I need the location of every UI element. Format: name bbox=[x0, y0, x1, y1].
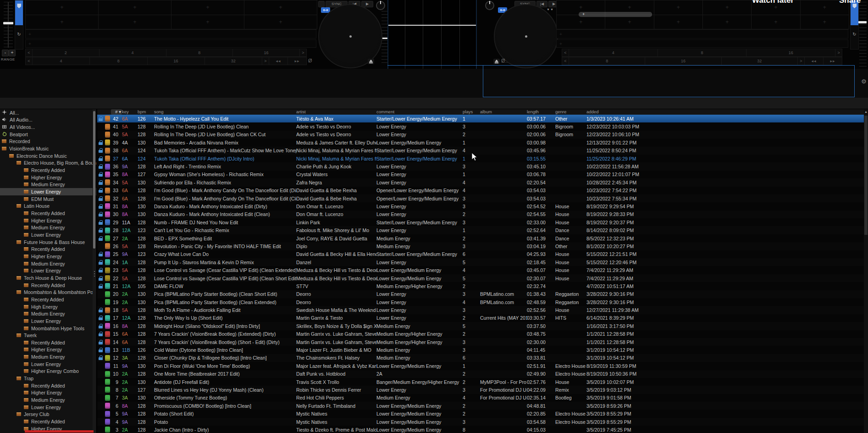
table-row[interactable]: 235A128Lose Control vs Savage (Cesar Cas… bbox=[97, 266, 864, 274]
column-header[interactable]: added bbox=[586, 109, 683, 115]
table-row[interactable]: 146A1287 Years Crackin' (VisionBreak Boo… bbox=[97, 338, 864, 346]
track-color-swatch[interactable] bbox=[105, 164, 110, 170]
hotcue-slot[interactable]: + bbox=[654, 15, 702, 29]
range-plus-button[interactable]: + bbox=[9, 50, 16, 56]
right-fx-knob[interactable] bbox=[485, 1, 494, 10]
color-cell[interactable] bbox=[104, 355, 111, 361]
color-cell[interactable] bbox=[104, 315, 111, 321]
left-loop-length-button[interactable]: 16 bbox=[148, 57, 205, 65]
right-sampler-row-1[interactable]: + bbox=[556, 29, 848, 39]
table-row[interactable]: 1712A128The Only Way Is Up (Short Edit)M… bbox=[97, 314, 864, 322]
table-row[interactable]: 426A126The Motto - Hypelezz Call You Edi… bbox=[97, 115, 864, 122]
track-color-swatch[interactable] bbox=[105, 235, 110, 241]
color-cell[interactable] bbox=[104, 411, 111, 417]
hotcue-slot[interactable]: + bbox=[99, 0, 171, 15]
column-header[interactable]: artist bbox=[296, 109, 376, 115]
left-loop-length-button[interactable]: 8 bbox=[90, 57, 147, 65]
track-color-swatch[interactable] bbox=[105, 172, 110, 178]
track-color-swatch[interactable] bbox=[105, 148, 110, 154]
track-color-swatch[interactable] bbox=[105, 323, 110, 329]
right-loop-double-button[interactable]: > bbox=[798, 57, 804, 65]
table-row[interactable]: 394A130Bad Memories - Arcadia Nirvana Re… bbox=[97, 139, 864, 146]
table-row[interactable]: 156A1287 Years Crackin' (VisionBreak Boo… bbox=[97, 330, 864, 338]
color-cell[interactable] bbox=[104, 219, 111, 225]
table-row[interactable]: 259A123Crazy What Love Can DoDavid Guett… bbox=[97, 250, 864, 258]
sidebar-item[interactable]: Lower Energy bbox=[0, 267, 96, 274]
hotcue-slot[interactable]: + bbox=[703, 0, 751, 15]
column-header[interactable]: song bbox=[154, 109, 296, 115]
right-loop-length-button[interactable]: 16 bbox=[746, 49, 835, 56]
color-cell[interactable] bbox=[104, 172, 111, 178]
left-loop-double-button[interactable]: > bbox=[262, 57, 269, 65]
left-beatjump-fwd-button[interactable]: ▸▸ bbox=[288, 57, 306, 65]
left-eject-button[interactable] bbox=[368, 59, 374, 64]
left-channel-fader[interactable]: ↻ bbox=[15, 0, 23, 50]
color-cell[interactable] bbox=[104, 116, 111, 122]
track-color-swatch[interactable] bbox=[105, 331, 110, 337]
track-color-swatch[interactable] bbox=[105, 251, 110, 257]
table-row[interactable]: 102A128One More Time (Beatbreaker 2017 E… bbox=[97, 370, 864, 378]
track-color-swatch[interactable] bbox=[105, 203, 110, 209]
right-loop-bar-2[interactable]: <81632>◂◂▸▸ bbox=[562, 57, 842, 65]
track-color-swatch[interactable] bbox=[105, 371, 110, 377]
sidebar-item[interactable]: Lower Energy bbox=[0, 188, 96, 195]
sidebar-item[interactable]: Medium Energy bbox=[0, 310, 96, 317]
track-color-swatch[interactable] bbox=[105, 283, 110, 289]
color-cell[interactable] bbox=[104, 203, 111, 209]
track-color-swatch[interactable] bbox=[105, 299, 110, 305]
left-tempo-slider[interactable] bbox=[381, 11, 388, 65]
track-color-swatch[interactable] bbox=[105, 228, 110, 233]
left-sampler-row-1[interactable]: + bbox=[25, 29, 316, 39]
sidebar-item[interactable]: Electronic Dance Music bbox=[0, 152, 96, 160]
table-row[interactable]: 241A128Pump It Up - Stavros Martina & Ke… bbox=[97, 258, 864, 266]
sidebar-scrollbar-thumb[interactable] bbox=[93, 111, 95, 249]
track-color-swatch[interactable] bbox=[105, 387, 110, 393]
table-scrollbar-thumb[interactable] bbox=[864, 116, 868, 235]
panel-splitter-handle[interactable] bbox=[94, 270, 95, 278]
table-row[interactable]: 2112A105DAME FLOWST7VMedium Energy/Highe… bbox=[97, 282, 864, 290]
left-loop-bar-1[interactable]: <24816> bbox=[25, 49, 307, 57]
table-row[interactable]: 92A130Antidote (DJ Freefall Edit)Travis … bbox=[97, 378, 864, 386]
sidebar-item[interactable]: All... bbox=[0, 109, 96, 117]
table-row[interactable]: 405A128Rolling In The Deep (JD Live Boot… bbox=[97, 131, 864, 139]
table-row[interactable]: 2911A128Numb - FRAME DJ Need You Now Edi… bbox=[97, 218, 864, 226]
left-slip-icon[interactable]: Ø bbox=[308, 58, 312, 63]
left-loop-length-button[interactable]: 32 bbox=[205, 57, 262, 65]
track-color-swatch[interactable] bbox=[105, 419, 110, 425]
left-fx-knob[interactable] bbox=[376, 1, 385, 10]
color-cell[interactable] bbox=[104, 427, 111, 433]
table-row[interactable]: 369A128Left And Right - Trentino RemixCh… bbox=[97, 162, 864, 170]
sidebar-item[interactable]: Lower Energy bbox=[0, 404, 96, 411]
sidebar-item[interactable]: Moombahton & Moombahton Pop bbox=[0, 289, 96, 296]
sidebar-item[interactable]: Moombahton Hype Tools bbox=[0, 325, 96, 332]
color-cell[interactable] bbox=[104, 339, 111, 345]
color-cell[interactable] bbox=[104, 235, 111, 241]
sidebar-item[interactable]: Medium Energy bbox=[0, 181, 96, 189]
right-pitch-slider[interactable] bbox=[858, 2, 868, 69]
right-beatgrid-arrows-icon[interactable]: ▼▼ bbox=[547, 8, 554, 11]
right-loop-length-button[interactable]: 32 bbox=[722, 57, 797, 65]
color-cell[interactable] bbox=[104, 307, 111, 313]
left-loop-length-button[interactable]: 16 bbox=[233, 49, 299, 56]
right-loop-length-button[interactable]: 4 bbox=[569, 49, 658, 56]
color-cell[interactable] bbox=[104, 371, 111, 377]
track-color-swatch[interactable] bbox=[105, 427, 110, 433]
sidebar-item[interactable]: Medium Energy bbox=[0, 396, 96, 404]
hotcue-slot[interactable]: + bbox=[99, 15, 171, 29]
sidebar-item[interactable]: Recently Added bbox=[0, 418, 96, 425]
hotcue-slot[interactable]: + bbox=[244, 0, 317, 15]
sidebar-item[interactable]: Higher Energy bbox=[0, 346, 96, 354]
sidebar-item[interactable]: Tech House & Deep House bbox=[0, 274, 96, 282]
sidebar-item[interactable]: High Energy bbox=[0, 303, 96, 311]
color-cell[interactable] bbox=[104, 155, 111, 161]
sidebar-item[interactable]: All Audio... bbox=[0, 117, 96, 124]
column-header[interactable]: length bbox=[527, 109, 555, 115]
track-color-swatch[interactable] bbox=[105, 219, 110, 225]
sidebar-item[interactable]: Recently Added bbox=[0, 382, 96, 389]
column-header[interactable]: comment bbox=[376, 109, 463, 115]
sidebar-item[interactable]: Latin House bbox=[0, 203, 96, 210]
track-color-swatch[interactable] bbox=[105, 124, 110, 130]
table-row[interactable]: 185A128Moth To A Flame - Audiorokk Falli… bbox=[97, 306, 864, 314]
track-color-swatch[interactable] bbox=[105, 155, 110, 161]
column-header[interactable]: bpm bbox=[138, 109, 154, 115]
